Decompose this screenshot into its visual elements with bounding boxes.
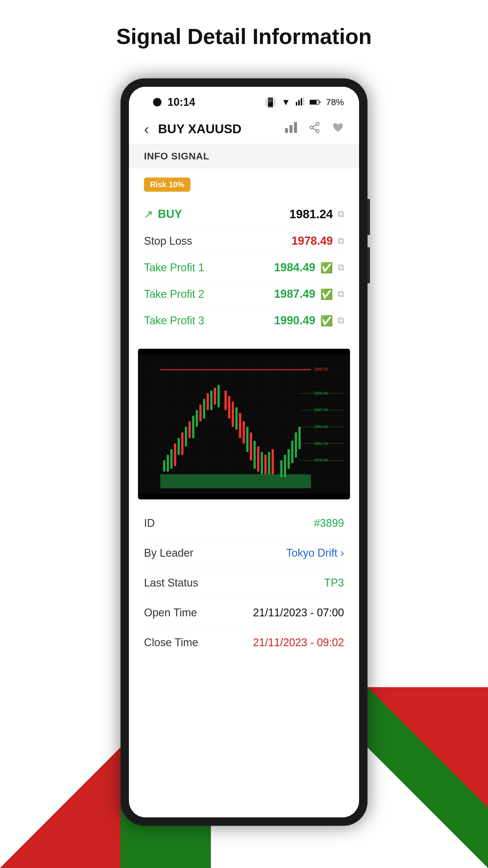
- svg-rect-58: [242, 421, 245, 444]
- app-header: ‹ BUY XAUUSD: [129, 114, 359, 144]
- svg-rect-60: [250, 433, 252, 461]
- buy-arrow-icon: ↗: [144, 208, 153, 221]
- take-profit-2-value: 1987.49: [274, 287, 315, 301]
- svg-line-14: [313, 128, 316, 130]
- last-status-value: TP3: [324, 577, 344, 589]
- tp3-row-left: Take Profit 3: [144, 314, 204, 327]
- svg-rect-61: [253, 441, 255, 469]
- svg-text:1995.00: 1995.00: [314, 367, 328, 371]
- tp2-copy-icon[interactable]: ⧉: [338, 289, 344, 299]
- svg-rect-6: [320, 101, 321, 103]
- phone-mockup: 10:14 📳 ▼: [121, 79, 367, 826]
- svg-rect-41: [178, 438, 180, 455]
- camera-dot: [153, 98, 161, 106]
- svg-rect-49: [207, 393, 209, 410]
- svg-rect-3: [303, 97, 304, 105]
- svg-rect-43: [185, 427, 187, 446]
- svg-rect-63: [261, 452, 263, 474]
- svg-rect-48: [203, 399, 205, 418]
- chart-container: 1990.49 1987.49 1984.49 1981.24 1978.49 …: [138, 349, 350, 499]
- stop-loss-row-left: Stop Loss: [144, 235, 192, 247]
- back-button[interactable]: ‹: [144, 120, 149, 138]
- svg-rect-71: [295, 433, 297, 458]
- svg-rect-1: [298, 100, 300, 105]
- phone-side-button-1: [367, 199, 370, 235]
- tp3-check-icon: ✅: [320, 315, 333, 327]
- id-value: #3899: [314, 517, 344, 530]
- take-profit-3-row: Take Profit 3 1990.49 ✅ ⧉: [144, 307, 344, 334]
- svg-rect-52: [218, 385, 220, 407]
- signal-icon: [296, 97, 304, 107]
- stop-loss-value: 1978.49: [292, 235, 333, 247]
- svg-text:1987.49: 1987.49: [314, 407, 328, 412]
- svg-rect-59: [246, 427, 248, 452]
- svg-rect-5: [310, 100, 317, 104]
- svg-rect-68: [284, 455, 286, 477]
- svg-rect-66: [272, 449, 274, 474]
- svg-rect-7: [285, 128, 288, 133]
- stop-loss-row: Stop Loss 1978.49 ⧉: [144, 228, 344, 254]
- battery-percentage: 78%: [326, 97, 344, 107]
- svg-rect-45: [192, 415, 194, 438]
- take-profit-2-row: Take Profit 2 1987.49 ✅ ⧉: [144, 281, 344, 307]
- trading-chart: 1990.49 1987.49 1984.49 1981.24 1978.49 …: [138, 349, 350, 499]
- by-leader-value[interactable]: Tokyo Drift ›: [286, 547, 344, 559]
- buy-row-right: 1981.24 ⧉: [289, 207, 344, 221]
- svg-rect-46: [196, 410, 198, 427]
- page-title: Signal Detail Information: [0, 24, 488, 49]
- svg-rect-47: [199, 404, 201, 421]
- id-label: ID: [144, 517, 155, 530]
- info-section: ID #3899 By Leader Tokyo Drift › Last St…: [129, 505, 359, 670]
- svg-rect-8: [290, 125, 293, 133]
- by-leader-label: By Leader: [144, 547, 193, 559]
- svg-rect-40: [174, 444, 176, 466]
- battery-icon: [310, 97, 321, 107]
- wifi-icon: ▼: [281, 97, 290, 107]
- stop-loss-copy-icon[interactable]: ⧉: [338, 236, 344, 246]
- buy-row-left: ↗ BUY: [144, 208, 182, 221]
- svg-rect-50: [210, 391, 213, 410]
- tp1-check-icon: ✅: [320, 261, 333, 274]
- stop-loss-label: Stop Loss: [144, 235, 192, 247]
- header-icons: [285, 122, 344, 135]
- by-leader-row: By Leader Tokyo Drift ›: [144, 538, 344, 568]
- tp2-row-left: Take Profit 2: [144, 288, 204, 301]
- svg-rect-54: [228, 396, 230, 418]
- svg-rect-55: [232, 402, 234, 427]
- svg-point-11: [310, 126, 313, 129]
- svg-text:1984.49: 1984.49: [314, 424, 328, 429]
- phone-screen: 10:14 📳 ▼: [129, 87, 359, 817]
- svg-text:1981.24: 1981.24: [314, 441, 328, 446]
- svg-rect-39: [170, 449, 172, 469]
- take-profit-1-row: Take Profit 1 1984.49 ✅ ⧉: [144, 254, 344, 281]
- open-time-value: 21/11/2023 - 07:00: [253, 607, 344, 619]
- buy-label: BUY: [158, 208, 182, 221]
- tp2-check-icon: ✅: [320, 288, 333, 300]
- svg-rect-57: [239, 413, 241, 438]
- svg-rect-69: [288, 449, 290, 469]
- close-time-row: Close Time 21/11/2023 - 09:02: [144, 628, 344, 657]
- close-time-label: Close Time: [144, 636, 198, 649]
- chart-icon[interactable]: [285, 122, 297, 135]
- buy-row: ↗ BUY 1981.24 ⧉: [144, 201, 344, 228]
- svg-rect-64: [264, 455, 267, 474]
- tp3-copy-icon[interactable]: ⧉: [338, 315, 344, 326]
- take-profit-1-value: 1984.49: [274, 261, 315, 274]
- take-profit-3-label: Take Profit 3: [144, 314, 204, 327]
- buy-value: 1981.24: [289, 207, 333, 221]
- bg-triangle-red-right: [367, 687, 488, 808]
- tp2-row-right: 1987.49 ✅ ⧉: [274, 287, 344, 301]
- svg-rect-31: [160, 474, 311, 488]
- buy-copy-icon[interactable]: ⧉: [338, 209, 344, 219]
- tp3-row-right: 1990.49 ✅ ⧉: [274, 314, 344, 327]
- svg-rect-38: [167, 455, 169, 472]
- open-time-label: Open Time: [144, 607, 197, 619]
- favorite-icon[interactable]: [332, 122, 344, 135]
- take-profit-2-label: Take Profit 2: [144, 288, 204, 301]
- tp1-copy-icon[interactable]: ⧉: [338, 262, 344, 273]
- close-time-value: 21/11/2023 - 09:02: [253, 636, 344, 649]
- share-icon[interactable]: [309, 122, 320, 135]
- id-row: ID #3899: [144, 508, 344, 538]
- svg-text:1990.49: 1990.49: [314, 391, 328, 396]
- phone-side-button-2: [367, 247, 370, 283]
